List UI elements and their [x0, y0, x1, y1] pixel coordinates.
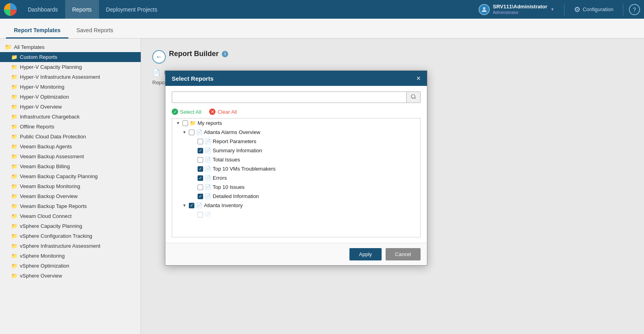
- sidebar-item-label: Veeam Backup Agents: [20, 144, 72, 150]
- apply-button[interactable]: Apply: [349, 248, 382, 260]
- tree-node-atlanta-inventory[interactable]: ▼ 📄 Atlanta Inventory: [172, 201, 420, 210]
- folder-icon: 📁: [11, 213, 17, 219]
- sidebar-item-veeam-capacity[interactable]: 📁 Veeam Backup Capacity Planning: [0, 171, 141, 181]
- doc-icon: 📄: [205, 193, 211, 199]
- checkbox-my-reports[interactable]: [182, 120, 188, 126]
- sidebar-item-veeam-billing[interactable]: 📁 Veeam Backup Billing: [0, 161, 141, 171]
- sidebar-item-offline-reports[interactable]: 📁 Offline Reports: [0, 122, 141, 132]
- checkbox-partial[interactable]: [198, 212, 203, 217]
- nav-deployment[interactable]: Deployment Projects: [99, 0, 165, 19]
- nav-reports[interactable]: Reports: [65, 0, 99, 19]
- sidebar-item-vsphere-monitoring[interactable]: 📁 vSphere Monitoring: [0, 251, 141, 261]
- sidebar-item-vsphere-capacity[interactable]: 📁 vSphere Capacity Planning: [0, 221, 141, 231]
- tree-node-errors[interactable]: ▶ 📄 Errors: [172, 173, 420, 183]
- folder-icon: 📁: [11, 84, 17, 90]
- tab-report-templates[interactable]: Report Templates: [6, 23, 68, 39]
- topbar-right: SRV111\Administrator Administrator ▼ ⚙ C…: [475, 4, 640, 16]
- sidebar-item-veeam-agents[interactable]: 📁 Veeam Backup Agents: [0, 142, 141, 151]
- clear-all-label: Clear All: [217, 109, 237, 115]
- topbar: Dashboards Reports Deployment Projects S…: [0, 0, 644, 19]
- divider: [564, 4, 564, 16]
- clear-all-button[interactable]: ✕ Clear All: [209, 109, 237, 115]
- user-menu[interactable]: SRV111\Administrator Administrator ▼: [475, 4, 559, 15]
- search-bar: [172, 91, 421, 103]
- tree-node-my-reports[interactable]: ▼ 📁 My reports: [172, 118, 420, 128]
- sidebar-item-label: Infrastructure Chargeback: [20, 114, 80, 120]
- sidebar-item-veeam-cloud[interactable]: 📁 Veeam Cloud Connect: [0, 211, 141, 221]
- tree-node-report-parameters[interactable]: ▶ 📄 Report Parameters: [172, 137, 420, 146]
- modal-title: Select Reports: [172, 75, 213, 82]
- folder-icon: 📁: [11, 253, 17, 259]
- doc-icon: 📄: [205, 212, 211, 217]
- content-area: ← Report Builder i 📄 Prev... Reports: Hi…: [141, 39, 644, 334]
- checkbox-total-issues[interactable]: [198, 157, 203, 163]
- sidebar-item-vsphere-overview[interactable]: 📁 vSphere Overview: [0, 271, 141, 281]
- sidebar-root[interactable]: 📁 All Templates: [0, 42, 141, 52]
- sidebar-item-veeam-assessment[interactable]: 📁 Veeam Backup Assessment: [0, 151, 141, 161]
- checkbox-atlanta-inventory[interactable]: [189, 203, 194, 208]
- info-icon[interactable]: i: [222, 51, 228, 57]
- divider2: [623, 4, 623, 16]
- user-name: SRV111\Administrator: [493, 4, 547, 10]
- back-button[interactable]: ←: [152, 50, 166, 64]
- sidebar-item-hyper-v-capacity[interactable]: 📁 Hyper-V Capacity Planning: [0, 62, 141, 72]
- tree-node-partial[interactable]: ▶ 📄: [172, 210, 420, 219]
- select-reports-modal: Select Reports × ✓ Select All: [165, 70, 427, 266]
- checkbox-summary-info[interactable]: [198, 148, 203, 153]
- sidebar-item-vsphere-optimization[interactable]: 📁 vSphere Optimization: [0, 261, 141, 271]
- tree-container: ▼ 📁 My reports ▼ 📄 Atlanta Alarms Overvi…: [172, 118, 421, 237]
- sidebar: 📁 All Templates 📁 Custom Reports 📁 Hyper…: [0, 39, 141, 334]
- nav-dashboards[interactable]: Dashboards: [21, 0, 65, 19]
- tree-label: Report Parameters: [213, 138, 256, 144]
- sidebar-item-infra-chargeback[interactable]: 📁 Infrastructure Chargeback: [0, 112, 141, 122]
- cancel-button[interactable]: Cancel: [386, 248, 421, 260]
- chevron-down-icon: ▼: [551, 7, 555, 12]
- checkbox-atlanta-alarms[interactable]: [189, 130, 194, 135]
- sidebar-item-hyper-v-optimization[interactable]: 📁 Hyper-V Optimization: [0, 92, 141, 102]
- main-layout: 📁 All Templates 📁 Custom Reports 📁 Hyper…: [0, 39, 644, 334]
- sidebar-item-label: Veeam Backup Overview: [20, 193, 78, 199]
- checkbox-top10-issues[interactable]: [198, 184, 203, 190]
- checkbox-errors[interactable]: [198, 175, 203, 181]
- tab-saved-reports[interactable]: Saved Reports: [68, 23, 121, 39]
- sidebar-item-vsphere-config[interactable]: 📁 vSphere Configuration Tracking: [0, 231, 141, 241]
- sidebar-item-hyper-v-infra[interactable]: 📁 Hyper-V Infrastructure Assessment: [0, 72, 141, 82]
- tree-node-total-issues[interactable]: ▶ 📄 Total Issues: [172, 155, 420, 164]
- search-button[interactable]: [406, 92, 420, 103]
- search-icon: [411, 94, 416, 99]
- search-input[interactable]: [172, 92, 406, 103]
- tree-label: Summary Information: [213, 148, 262, 153]
- tree-node-detailed-info[interactable]: ▶ 📄 Detailed Information: [172, 192, 420, 201]
- checkbox-detailed-info[interactable]: [198, 194, 203, 199]
- checkbox-report-parameters[interactable]: [198, 139, 203, 144]
- tree-node-atlanta-alarms[interactable]: ▼ 📄 Atlanta Alarms Overview: [172, 128, 420, 137]
- sidebar-item-hyper-v-monitoring[interactable]: 📁 Hyper-V Monitoring: [0, 82, 141, 92]
- sidebar-item-hyper-v-overview[interactable]: 📁 Hyper-V Overview: [0, 102, 141, 112]
- folder-icon: 📁: [11, 153, 17, 159]
- config-button[interactable]: ⚙ Configuration: [570, 5, 617, 14]
- report-builder-title: Report Builder i: [169, 50, 228, 58]
- sidebar-item-public-cloud[interactable]: 📁 Public Cloud Data Protection: [0, 132, 141, 142]
- tree-node-top10-issues[interactable]: ▶ 📄 Top 10 Issues: [172, 183, 420, 192]
- sidebar-root-label: All Templates: [14, 44, 45, 50]
- folder-icon: 📁: [11, 64, 17, 70]
- expand-icon[interactable]: ▼: [182, 130, 187, 135]
- sidebar-item-custom-reports[interactable]: 📁 Custom Reports: [0, 52, 141, 62]
- expand-icon[interactable]: ▼: [175, 120, 181, 126]
- sidebar-item-veeam-overview[interactable]: 📁 Veeam Backup Overview: [0, 191, 141, 201]
- select-actions: ✓ Select All ✕ Clear All: [172, 107, 421, 118]
- checkbox-top10-vms[interactable]: [198, 166, 203, 172]
- tabs-bar: Report Templates Saved Reports: [0, 19, 644, 39]
- help-button[interactable]: ?: [629, 4, 640, 15]
- modal-body: ✓ Select All ✕ Clear All ▼ 📁 My: [165, 86, 427, 243]
- folder-icon: 📁: [11, 173, 17, 179]
- sidebar-item-vsphere-infra[interactable]: 📁 vSphere Infrastructure Assessment: [0, 241, 141, 251]
- config-label: Configuration: [583, 6, 613, 12]
- sidebar-item-veeam-monitoring[interactable]: 📁 Veeam Backup Monitoring: [0, 181, 141, 191]
- tree-node-top10-vms[interactable]: ▶ 📄 Top 10 VMs Troublemakers: [172, 164, 420, 173]
- modal-close-button[interactable]: ×: [416, 75, 421, 82]
- tree-node-summary-info[interactable]: ▶ 📄 Summary Information: [172, 146, 420, 155]
- expand-icon[interactable]: ▼: [182, 203, 187, 208]
- sidebar-item-veeam-tape[interactable]: 📁 Veeam Backup Tape Reports: [0, 201, 141, 211]
- select-all-button[interactable]: ✓ Select All: [172, 109, 201, 115]
